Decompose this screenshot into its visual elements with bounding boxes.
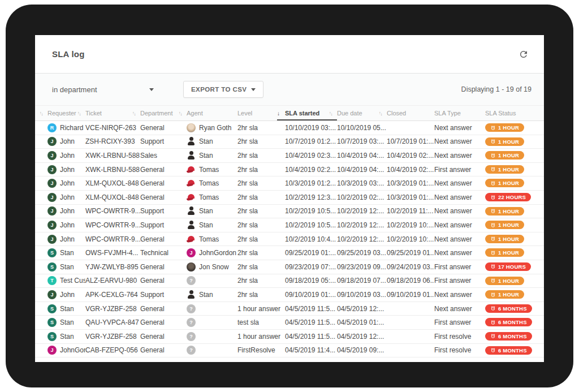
- requester-name: John: [60, 291, 75, 299]
- ticket-code: XWK-LRBNU-588: [85, 166, 140, 174]
- alarm-icon: [490, 208, 496, 214]
- sla-started: 09/23/2019 07:...: [285, 263, 337, 271]
- due-date: 10/3/2019 03:...: [337, 179, 387, 187]
- requester-cell: JJohnGordo: [47, 346, 85, 355]
- sla-started: 10/2/2019 10:5...: [285, 221, 337, 229]
- department-filter-dropdown[interactable]: in department: [52, 85, 154, 94]
- column-header-closed[interactable]: ↑↓Closed: [387, 106, 434, 120]
- requester-cell: SStan: [47, 304, 85, 313]
- refresh-icon[interactable]: [518, 49, 529, 60]
- requester-name: John: [60, 207, 75, 215]
- avatar-person-silhouette: [187, 206, 196, 216]
- agent-name: Stan: [199, 137, 213, 145]
- ticket-code: WPC-OWRTR-9...: [85, 221, 140, 229]
- sla-type: Next answer: [434, 249, 485, 257]
- table-row[interactable]: SStanVGR-YJZBF-258General?1 hour answer0…: [35, 330, 544, 344]
- department: General: [140, 193, 187, 201]
- avatar-unknown: ?: [187, 276, 196, 285]
- agent-cell: ?: [187, 346, 237, 355]
- sla-type: Next answer: [434, 305, 485, 313]
- requester-cell: JJohn: [47, 165, 85, 174]
- requester-name: Stan: [60, 305, 74, 313]
- alarm-icon: [490, 264, 496, 269]
- closed-date: 10/4/2019 02:...: [387, 166, 434, 174]
- alarm-icon: [490, 153, 496, 158]
- table-row[interactable]: JJohnGordoCAB-FZEPQ-056General?FirstReso…: [35, 344, 544, 358]
- alarm-icon: [490, 195, 496, 200]
- column-header-agent[interactable]: ↑↓Agent: [187, 106, 237, 120]
- department: General: [140, 346, 187, 354]
- agent-name: Tomas: [199, 193, 219, 201]
- avatar-red-cap: [187, 235, 196, 244]
- export-to-csv-button[interactable]: EXPORT TO CSV: [183, 81, 263, 98]
- table-row[interactable]: JJohnWPC-OWRTR-9...GeneralTomas2hr sla10…: [35, 232, 544, 247]
- alarm-icon: [490, 125, 496, 131]
- agent-cell: Stan: [187, 290, 237, 299]
- sla-status-badge: 6 MONTHS: [485, 346, 532, 355]
- table-row[interactable]: JJohnAPK-CEXLG-764SupportStan2hr sla09/1…: [35, 288, 544, 302]
- sort-icon: ↑↓: [40, 111, 47, 115]
- table-row[interactable]: JJohnXLM-QUXOL-848GeneralTomas2hr sla10/…: [35, 176, 544, 191]
- column-label: SLA started: [285, 110, 319, 117]
- sla-status-cell: 1 HOUR: [485, 235, 544, 244]
- chevron-down-icon: [251, 88, 256, 91]
- table-row[interactable]: SStanOWS-FVJMH-4...TechnicalJJohnGordon2…: [35, 246, 544, 260]
- requester-cell: TTest Custo: [47, 276, 85, 285]
- sla-status-badge: 1 HOUR: [485, 277, 524, 285]
- due-date: 10/10/2019 05...: [337, 124, 387, 132]
- table-row[interactable]: TTest CustoALZ-EARVU-980General?2hr sla0…: [35, 274, 544, 288]
- sla-status-label: 6 MONTHS: [498, 333, 527, 339]
- sort-icon: ↑↓: [179, 111, 187, 115]
- avatar-initial: J: [47, 137, 57, 146]
- sla-started: 10/4/2019 02:3...: [285, 152, 337, 160]
- table-row[interactable]: JJohnZSH-RCIXY-393SupportStan2hr sla10/7…: [35, 135, 544, 149]
- avatar-initial: J: [47, 346, 57, 355]
- table-row[interactable]: SStanYJW-ZWLYB-895GeneralJon Snow2hr sla…: [35, 260, 544, 274]
- ticket-code: XLM-QUXOL-848: [85, 179, 140, 187]
- department: General: [140, 277, 187, 285]
- sla-level: 2hr sla: [237, 152, 285, 160]
- table-row[interactable]: JJohnXLM-QUXOL-848GeneralTomas2hr sla10/…: [35, 191, 544, 205]
- agent-name: Tomas: [199, 179, 219, 187]
- avatar-initial: R: [47, 123, 57, 132]
- alarm-icon: [490, 250, 496, 256]
- department: General: [140, 179, 187, 187]
- requester-cell: JJohn: [47, 151, 85, 160]
- sort-icon: ↑↓: [329, 111, 337, 115]
- avatar-unknown: ?: [187, 346, 196, 355]
- table-row[interactable]: JJohnWPC-OWRTR-9...SupportStan2hr sla10/…: [35, 218, 544, 232]
- table-row[interactable]: SStanQAU-YVPCA-847General?test sla04/5/2…: [35, 316, 544, 330]
- closed-date: 09/10/2019 01...: [387, 291, 434, 299]
- silhouette-head: [189, 151, 193, 155]
- cap-brim: [187, 239, 193, 243]
- column-label: SLA Status: [485, 110, 516, 117]
- alarm-icon: [490, 166, 496, 172]
- sla-level: 2hr sla: [237, 193, 285, 201]
- sla-status-cell: 1 HOUR: [485, 290, 544, 299]
- agent-name: Jon Snow: [199, 263, 229, 271]
- sla-type: Next answer: [434, 179, 485, 187]
- sla-type: Next answer: [434, 152, 485, 160]
- ticket-code: QAU-YVPCA-847: [85, 318, 140, 326]
- table-row[interactable]: RRichardVCE-NIRQF-263GeneralRyan Goth2hr…: [35, 121, 544, 135]
- agent-cell: Tomas: [187, 179, 237, 188]
- avatar-initial: J: [47, 221, 57, 230]
- sla-status-badge: 17 HOURS: [485, 262, 531, 271]
- agent-name: Tomas: [199, 235, 219, 243]
- agent-cell: Stan: [187, 206, 237, 216]
- sla-type: Next answer: [434, 221, 485, 229]
- table-row[interactable]: SStanVGR-YJZBF-258General?1 hour answer0…: [35, 302, 544, 316]
- requester-cell: JJohn: [47, 193, 85, 202]
- silhouette-body: [188, 141, 195, 145]
- department: General: [140, 305, 187, 313]
- sla-started: 10/2/2019 10:4...: [285, 235, 337, 243]
- sla-status-label: 1 HOUR: [498, 139, 519, 145]
- table-row[interactable]: JJohnXWK-LRBNU-588GeneralTomas2hr sla10/…: [35, 163, 544, 177]
- table-row[interactable]: JJohnWPC-OWRTR-9...SupportStan2hr sla10/…: [35, 205, 544, 219]
- paging-status: Displaying 1 - 19 of 19: [461, 85, 532, 93]
- closed-date: 09/25/2019 01...: [387, 249, 434, 257]
- table-body: RRichardVCE-NIRQF-263GeneralRyan Goth2hr…: [35, 121, 544, 357]
- sla-started: 10/2/2019 10:5...: [285, 207, 337, 215]
- due-date: 10/4/2019 04:...: [337, 166, 387, 174]
- table-row[interactable]: JJohnXWK-LRBNU-588SalesStan2hr sla10/4/2…: [35, 149, 544, 163]
